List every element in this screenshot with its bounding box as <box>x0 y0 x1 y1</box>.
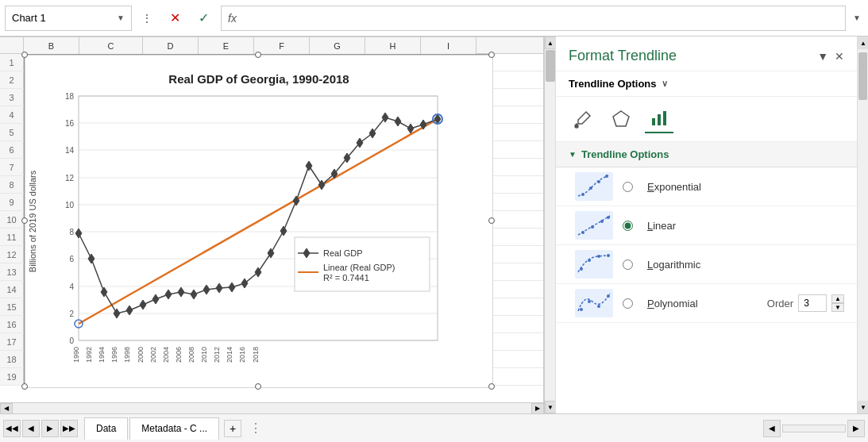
svg-point-64 <box>588 259 591 262</box>
chart-name-box[interactable]: Chart 1 ▼ <box>5 6 132 31</box>
resize-handle-br[interactable] <box>488 383 495 390</box>
svg-point-65 <box>597 255 600 258</box>
svg-text:1996: 1996 <box>110 347 118 363</box>
v-scroll-thumb[interactable] <box>546 50 555 82</box>
chart-name-dropdown-icon[interactable]: ▼ <box>117 13 125 22</box>
svg-text:8: 8 <box>69 228 74 236</box>
svg-point-61 <box>607 216 610 219</box>
col-header-b[interactable]: B <box>24 37 79 55</box>
order-input[interactable] <box>798 294 827 312</box>
exponential-radio[interactable] <box>623 182 633 192</box>
panel-scroll-track[interactable] <box>858 49 868 401</box>
trendline-option-linear: Linear <box>556 206 857 245</box>
panel-scroll-thumb[interactable] <box>858 52 867 100</box>
sheet-dots-icon: ⋮ <box>249 421 262 436</box>
panel-header-icons: ▼ ✕ <box>817 50 844 63</box>
svg-rect-48 <box>652 118 655 125</box>
svg-text:2018: 2018 <box>252 347 260 363</box>
add-sheet-button[interactable]: + <box>224 420 241 437</box>
v-scroll-track[interactable] <box>545 49 555 401</box>
col-header-g[interactable]: G <box>310 37 365 55</box>
resize-handle-tm[interactable] <box>255 52 261 58</box>
hscroll-bar[interactable] <box>782 425 846 432</box>
col-header-f[interactable]: F <box>254 37 310 55</box>
v-scroll-up-btn[interactable]: ▲ <box>545 37 556 49</box>
confirm-icon-button[interactable]: ✓ <box>192 7 214 29</box>
fill-tab[interactable] <box>569 105 597 133</box>
svg-rect-62 <box>575 250 613 279</box>
svg-point-66 <box>607 254 610 257</box>
panel-scroll-down-btn[interactable]: ▼ <box>858 401 868 413</box>
resize-handle-bl[interactable] <box>21 383 28 390</box>
chart-container[interactable]: Real GDP of Georgia, 1990-2018 Billions … <box>24 54 492 387</box>
order-decrement-btn[interactable]: ▼ <box>831 303 844 312</box>
effects-tab[interactable] <box>607 105 635 133</box>
sheet-tab-metadata[interactable]: Metadata - C ... <box>129 417 219 440</box>
svg-point-70 <box>597 305 600 308</box>
svg-text:12: 12 <box>65 174 75 183</box>
svg-point-68 <box>580 308 583 311</box>
svg-rect-50 <box>663 111 666 125</box>
resize-handle-ml[interactable] <box>21 217 28 224</box>
svg-text:1994: 1994 <box>98 347 106 363</box>
col-header-c[interactable]: C <box>79 37 143 55</box>
v-scroll-down-btn[interactable]: ▼ <box>545 401 556 413</box>
svg-text:2014: 2014 <box>226 347 233 363</box>
svg-point-71 <box>607 294 610 298</box>
linear-radio[interactable] <box>623 221 633 231</box>
formula-bar[interactable]: fx <box>221 6 846 31</box>
h-scroll-left-btn[interactable]: ◀ <box>0 403 13 414</box>
svg-text:1990: 1990 <box>72 347 80 363</box>
svg-marker-47 <box>613 111 629 126</box>
trendline-options-header[interactable]: Trendline Options ∨ <box>556 71 857 97</box>
toolbar-more-icon[interactable]: ⋮ <box>141 12 152 25</box>
sheet-nav-right-btn[interactable]: ▶ <box>41 420 59 437</box>
logarithmic-radio[interactable] <box>623 259 633 270</box>
col-header-e[interactable]: E <box>199 37 254 55</box>
sheet-nav-rightend-btn[interactable]: ▶▶ <box>60 420 78 437</box>
hscroll-nav: ◀ ▶ <box>760 420 868 437</box>
resize-handle-tr[interactable] <box>488 52 495 58</box>
cancel-icon-button[interactable]: ✕ <box>164 7 186 29</box>
polynomial-label: Polynomial <box>647 298 758 309</box>
col-header-h[interactable]: H <box>365 37 421 55</box>
svg-text:10: 10 <box>65 201 75 209</box>
hscroll-right-btn[interactable]: ▶ <box>847 420 865 437</box>
sheet-nav-leftend-btn[interactable]: ◀◀ <box>3 420 21 437</box>
trendline-section-title[interactable]: ▼ Trendline Options <box>556 142 857 167</box>
svg-text:14: 14 <box>65 146 75 155</box>
trendline-section: ▼ Trendline Options Exponential <box>556 142 857 413</box>
status-bar: ◀◀ ◀ ▶ ▶▶ Data Metadata - C ... + ⋮ ◀ ▶ <box>0 413 868 442</box>
formula-bar-expand-icon[interactable]: ▼ <box>846 7 868 29</box>
hscroll-left-btn[interactable]: ◀ <box>763 420 781 437</box>
trendline-option-polynomial: Polynomial Order ▲ ▼ <box>556 284 857 323</box>
sheet-tabs: Data Metadata - C ... + ⋮ <box>81 414 760 442</box>
svg-text:R² = 0.7441: R² = 0.7441 <box>323 273 369 282</box>
resize-handle-mr[interactable] <box>488 217 495 224</box>
sheet-tab-data[interactable]: Data <box>84 417 128 440</box>
col-header-d[interactable]: D <box>143 37 199 55</box>
resize-handle-bm[interactable] <box>255 383 261 390</box>
order-label: Order <box>767 298 793 309</box>
order-increment-btn[interactable]: ▲ <box>831 294 844 303</box>
col-header-i[interactable]: I <box>421 37 476 55</box>
resize-handle-tl[interactable] <box>21 52 28 58</box>
h-scroll-track[interactable] <box>13 403 531 414</box>
section-arrow-icon: ∨ <box>662 79 668 89</box>
panel-scrollbar: ▲ ▼ <box>857 37 868 413</box>
svg-text:Real GDP: Real GDP <box>323 248 363 258</box>
panel-collapse-icon[interactable]: ▼ <box>817 50 828 63</box>
horizontal-scrollbar: ◀ ▶ <box>0 402 544 413</box>
polynomial-radio[interactable] <box>623 298 633 309</box>
sheet-nav-left-btn[interactable]: ◀ <box>22 420 40 437</box>
chart-svg: Real GDP of Georgia, 1990-2018 Billions … <box>25 55 493 388</box>
col-headers: B C D E F G H I <box>0 37 543 54</box>
trendline-option-exponential: Exponential <box>556 167 857 206</box>
svg-point-59 <box>591 225 594 229</box>
spreadsheet: B C D E F G H I 1 2 3 4 5 6 7 8 9 <box>0 37 544 402</box>
panel-scroll-up-btn[interactable]: ▲ <box>858 37 868 49</box>
panel-close-icon[interactable]: ✕ <box>835 50 844 63</box>
chart-options-tab[interactable] <box>645 105 673 133</box>
svg-rect-49 <box>658 114 661 125</box>
h-scroll-right-btn[interactable]: ▶ <box>531 403 544 414</box>
